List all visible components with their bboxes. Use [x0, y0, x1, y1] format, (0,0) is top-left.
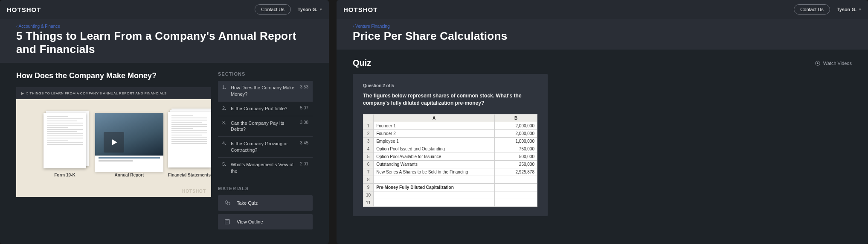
cell-b: 750,000 — [495, 145, 537, 153]
section-title: Is the Company Growing or Contracting? — [231, 141, 300, 153]
svg-rect-2 — [225, 219, 230, 224]
content: How Does the Company Make Money? ▶ 5 THI… — [0, 63, 329, 241]
cell-a: Employee 1 — [374, 137, 495, 145]
watch-videos-label: Watch Videos — [823, 61, 852, 66]
sheet-row: 6Outstanding Warrants250,000 — [363, 160, 537, 168]
rownum: 8 — [363, 176, 374, 183]
user-menu[interactable]: Tyson G. ▾ — [837, 7, 861, 12]
rownum: 1 — [363, 122, 374, 129]
section-duration: 2:01 — [300, 162, 308, 166]
logo[interactable]: HOTSHOT — [343, 6, 377, 13]
cell-b — [495, 191, 537, 199]
section-heading: How Does the Company Make Money? — [16, 71, 211, 80]
rownum: 7 — [363, 168, 374, 176]
sheet-row: 7New Series A Shares to be Sold in the F… — [363, 168, 537, 176]
question-text: The figures below represent shares of co… — [363, 92, 537, 107]
user-name: Tyson G. — [298, 7, 317, 12]
sheet-row: 9Pre-Money Fully Diluted Capitalization — [363, 183, 537, 191]
document-financials — [168, 112, 211, 168]
titlebar: ‹ Accounting & Finance 5 Things to Learn… — [0, 19, 329, 63]
cell-b: 250,000 — [495, 160, 537, 168]
section-num: 4. — [222, 141, 231, 146]
course-card-annual-report: HOTSHOT Contact Us Tyson G. ▾ ‹ Accounti… — [0, 0, 329, 244]
cell-a: Option Pool Issued and Outstanding — [374, 145, 495, 153]
section-duration: 5:07 — [300, 106, 308, 110]
quiz-header: Quiz Watch Videos — [353, 58, 852, 68]
svg-point-0 — [225, 200, 228, 203]
sheet-header-row: A B — [363, 114, 537, 122]
play-button[interactable] — [104, 132, 124, 153]
breadcrumb[interactable]: ‹ Venture Financing — [353, 24, 852, 29]
doc-caption-10k: Form 10-K — [44, 173, 86, 177]
rownum: 10 — [363, 191, 374, 199]
logo[interactable]: HOTSHOT — [7, 6, 41, 13]
cell-b: 1,000,000 — [495, 137, 537, 145]
titlebar: ‹ Venture Financing Price Per Share Calc… — [337, 19, 868, 50]
watch-videos-link[interactable]: Watch Videos — [815, 60, 852, 66]
chevron-down-icon: ▾ — [859, 7, 861, 12]
doc-caption-annual: Annual Report — [95, 173, 163, 177]
cell-b: 2,925,878 — [495, 168, 537, 176]
play-circle-icon — [815, 60, 821, 66]
rownum: 11 — [363, 199, 374, 206]
section-title: Is the Company Profitable? — [231, 106, 300, 112]
user-menu[interactable]: Tyson G. ▾ — [298, 7, 322, 12]
course-card-price-per-share: HOTSHOT Contact Us Tyson G. ▾ ‹ Venture … — [337, 0, 868, 244]
document-10k — [44, 113, 86, 168]
section-item-4[interactable]: 4. Is the Company Growing or Contracting… — [218, 136, 313, 157]
rownum: 6 — [363, 160, 374, 168]
sheet-row: 3Employee 11,000,000 — [363, 137, 537, 145]
play-icon — [110, 138, 119, 147]
cell-a: Founder 2 — [374, 129, 495, 137]
topbar: HOTSHOT Contact Us Tyson G. ▾ — [337, 0, 868, 19]
question-progress: Question 2 of 5 — [363, 83, 537, 88]
cell-a: Founder 1 — [374, 122, 495, 129]
chevron-down-icon: ▾ — [320, 7, 322, 12]
sheet-row: 1Founder 12,000,000 — [363, 122, 537, 129]
section-title: What's Management's View of the — [231, 162, 300, 174]
play-marker-icon: ▶ — [21, 91, 24, 95]
cell-b: 2,000,000 — [495, 122, 537, 129]
topbar-right: Contact Us Tyson G. ▾ — [255, 4, 322, 15]
sections-label: SECTIONS — [218, 71, 313, 76]
sheet-row: 11 — [363, 199, 537, 206]
breadcrumb[interactable]: ‹ Accounting & Finance — [16, 24, 313, 29]
quiz-icon — [224, 200, 231, 206]
cell-a: Outstanding Warrants — [374, 160, 495, 168]
contact-us-button[interactable]: Contact Us — [794, 4, 830, 15]
sheet-col-a: A — [374, 114, 495, 122]
page-title: Price Per Share Calculations — [353, 29, 852, 43]
section-duration: 3:53 — [300, 85, 308, 89]
section-item-5[interactable]: 5. What's Management's View of the 2:01 — [218, 157, 313, 178]
sheet-row: 2Founder 22,000,000 — [363, 129, 537, 137]
sections-column: SECTIONS 1. How Does the Company Make Mo… — [218, 71, 313, 233]
rownum: 5 — [363, 153, 374, 160]
view-outline-button[interactable]: View Outline — [218, 214, 313, 229]
thumb-footer-logo: HOTSHOT — [182, 189, 206, 194]
section-num: 3. — [222, 120, 231, 125]
user-name: Tyson G. — [837, 7, 856, 12]
take-quiz-button[interactable]: Take Quiz — [218, 195, 313, 211]
rownum: 4 — [363, 145, 374, 153]
video-overline-bar: ▶ 5 THINGS TO LEARN FROM A COMPANY'S ANN… — [16, 87, 211, 99]
video-overline: 5 THINGS TO LEARN FROM A COMPANY'S ANNUA… — [26, 91, 167, 95]
section-item-1[interactable]: 1. How Does the Company Make Money? 3:53 — [218, 81, 313, 101]
rownum: 9 — [363, 183, 374, 191]
sections-list: 1. How Does the Company Make Money? 3:53… — [218, 81, 313, 178]
cell-a: Option Pool Available for Issuance — [374, 153, 495, 160]
cell-b — [495, 176, 537, 183]
quiz-panel: Question 2 of 5 The figures below repres… — [353, 74, 548, 216]
cell-a — [374, 199, 495, 206]
contact-us-button[interactable]: Contact Us — [255, 4, 290, 15]
section-item-2[interactable]: 2. Is the Company Profitable? 5:07 — [218, 101, 313, 116]
cell-b — [495, 183, 537, 191]
section-num: 1. — [222, 85, 231, 90]
take-quiz-label: Take Quiz — [237, 200, 258, 206]
sheet-row: 8 — [363, 176, 537, 183]
cell-a — [374, 176, 495, 183]
section-item-3[interactable]: 3. Can the Company Pay Its Debts? 3:08 — [218, 116, 313, 137]
materials-label: MATERIALS — [218, 186, 313, 191]
video-thumbnail[interactable]: ▶ 5 THINGS TO LEARN FROM A COMPANY'S ANN… — [16, 87, 211, 197]
section-num: 2. — [222, 106, 231, 111]
rownum: 2 — [363, 129, 374, 137]
